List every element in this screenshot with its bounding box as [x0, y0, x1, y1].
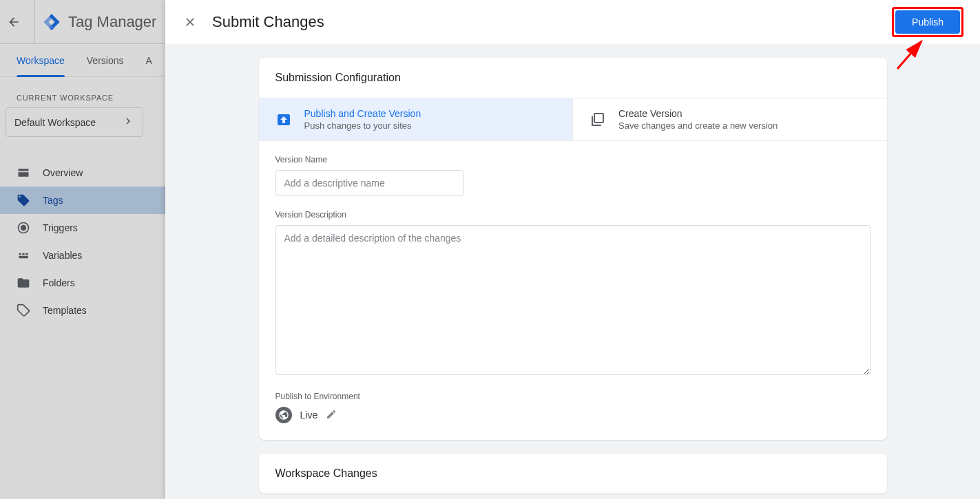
option-title: Publish and Create Version: [304, 108, 421, 119]
version-description-input[interactable]: [275, 225, 870, 375]
close-icon: [183, 15, 197, 29]
option-subtitle: Push changes to your sites: [304, 120, 421, 131]
svg-rect-3: [594, 114, 603, 123]
workspace-changes-card: Workspace Changes: [259, 454, 887, 493]
close-button[interactable]: [182, 14, 198, 30]
environment-name: Live: [300, 410, 318, 421]
publish-environment-label: Publish to Environment: [275, 392, 870, 401]
pencil-icon: [326, 409, 337, 420]
option-subtitle: Save changes and create a new version: [618, 120, 778, 131]
create-version-icon: [590, 112, 606, 128]
publish-icon: [275, 112, 292, 128]
version-name-label: Version Name: [275, 155, 870, 164]
version-description-label: Version Description: [275, 210, 870, 220]
version-name-input[interactable]: [275, 170, 464, 196]
submission-options: Publish and Create Version Push changes …: [259, 98, 887, 141]
publish-button[interactable]: Publish: [895, 10, 960, 34]
card-title: Workspace Changes: [259, 454, 887, 493]
submit-changes-panel: Submit Changes Publish Submission Config…: [165, 0, 980, 499]
panel-header: Submit Changes Publish: [165, 0, 980, 44]
option-create-version[interactable]: Create Version Save changes and create a…: [573, 98, 887, 140]
publish-highlight-box: Publish: [892, 7, 963, 37]
globe-icon: [275, 407, 292, 423]
option-publish-create[interactable]: Publish and Create Version Push changes …: [259, 98, 574, 140]
submission-config-card: Submission Configuration Publish and Cre…: [259, 58, 887, 440]
panel-title: Submit Changes: [212, 13, 324, 31]
card-title: Submission Configuration: [259, 58, 887, 98]
option-title: Create Version: [618, 108, 778, 119]
edit-environment-button[interactable]: [326, 409, 338, 421]
